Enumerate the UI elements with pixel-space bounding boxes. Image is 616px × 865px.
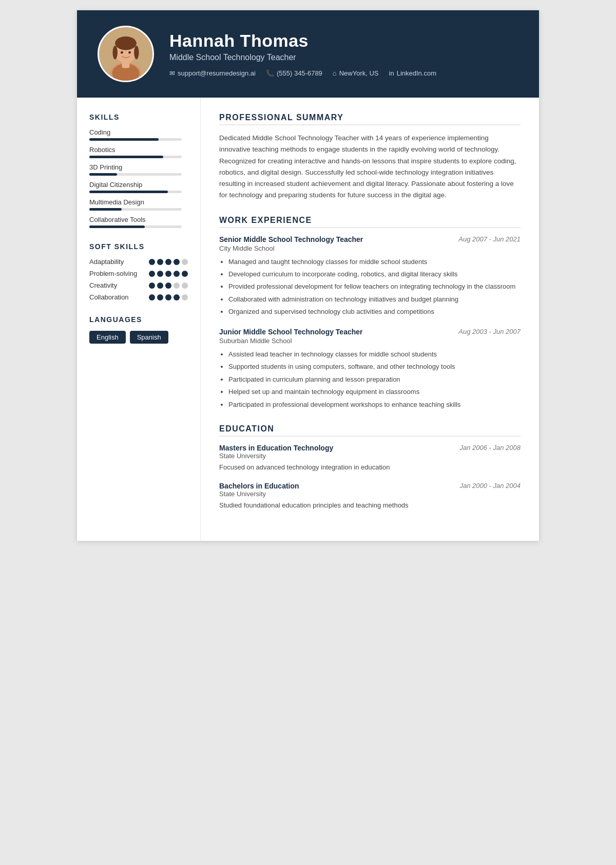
svg-point-7 [134,46,139,59]
duty-item: Managed and taught technology classes fo… [228,256,521,267]
svg-point-6 [112,46,117,59]
skills-section: SKILLS Coding Robotics 3D Printing Digit… [89,113,188,228]
duty-item: Provided professional development for fe… [228,281,521,292]
skill-item: 3D Printing [89,163,188,176]
edu-degree: Masters in Education Technology [219,444,333,452]
job-header: Senior Middle School Technology Teacher … [219,235,521,243]
duty-item: Participated in professional development… [228,399,521,410]
dot [182,259,188,265]
edu-date: Jan 2006 - Jan 2008 [459,444,521,452]
job-title: Senior Middle School Technology Teacher [219,235,363,243]
dot [149,259,155,265]
email-value: support@resumedesign.ai [178,69,256,77]
duty-item: Organized and supervised technology club… [228,306,521,317]
dots [149,283,188,289]
svg-point-8 [121,51,123,54]
candidate-name: Hannah Thomas [169,31,518,51]
dot [174,283,180,289]
edu-header: Bachelors in Education Jan 2000 - Jan 20… [219,482,521,490]
duty-item: Developed curriculum to incorporate codi… [228,269,521,279]
location-icon: ⌂ [333,69,337,77]
skill-name: Coding [89,128,188,136]
skills-heading: SKILLS [89,113,188,121]
dot [149,294,155,300]
soft-skill-item: Creativity [89,281,188,289]
soft-skills-section: SOFT SKILLS Adaptability Problem-solving… [89,242,188,301]
edu-school: State University [219,452,521,460]
education-item: Masters in Education Technology Jan 2006… [219,444,521,473]
dot [149,271,155,277]
education-section: EDUCATION Masters in Education Technolog… [219,424,521,511]
linkedin-icon: in [389,69,394,77]
skill-item: Collaborative Tools [89,216,188,228]
education-list: Masters in Education Technology Jan 2006… [219,444,521,511]
languages-heading: LANGUAGES [89,315,188,324]
dot [157,259,163,265]
soft-skill-item: Problem-solving [89,270,188,277]
skill-name: Collaborative Tools [89,216,188,223]
job-duties: Assisted lead teacher in technology clas… [219,349,521,410]
header-contact: ✉ support@resumedesign.ai 📞 (555) 345-67… [169,69,518,77]
contact-phone: 📞 (555) 345-6789 [266,69,322,77]
dot [182,294,188,300]
summary-text: Dedicated Middle School Technology Teach… [219,133,521,201]
skill-fill [89,191,168,193]
skill-bar [89,208,182,211]
edu-date: Jan 2000 - Jan 2004 [459,482,521,490]
dot [157,271,163,277]
languages-section: LANGUAGES EnglishSpanish [89,315,188,344]
soft-skills-list: Adaptability Problem-solving Creativity … [89,258,188,301]
dot [157,294,163,300]
edu-degree: Bachelors in Education [219,482,299,490]
body: SKILLS Coding Robotics 3D Printing Digit… [77,98,539,541]
edu-header: Masters in Education Technology Jan 2006… [219,444,521,452]
job-title: Junior Middle School Technology Teacher [219,328,363,336]
language-tags: EnglishSpanish [89,331,188,344]
skill-item: Robotics [89,146,188,158]
summary-section: PROFESSIONAL SUMMARY Dedicated Middle Sc… [219,113,521,201]
skill-item: Coding [89,128,188,141]
job-duties: Managed and taught technology classes fo… [219,256,521,317]
soft-skill-name: Creativity [89,281,117,289]
jobs-list: Senior Middle School Technology Teacher … [219,235,521,410]
contact-linkedin: in LinkedIn.com [389,69,436,77]
dot [174,259,180,265]
soft-skill-item: Adaptability [89,258,188,266]
skill-fill [89,208,122,211]
edu-desc: Studied foundational education principle… [219,500,521,511]
contact-location: ⌂ NewYork, US [333,69,379,77]
soft-skill-name: Collaboration [89,293,129,301]
soft-skill-name: Adaptability [89,258,124,266]
job-company: City Middle School [219,245,521,252]
dot [165,259,171,265]
skill-bar [89,225,182,228]
candidate-title: Middle School Technology Teacher [169,53,518,62]
soft-skill-name: Problem-solving [89,270,137,277]
work-experience-section: WORK EXPERIENCE Senior Middle School Tec… [219,216,521,410]
skill-bar [89,138,182,141]
dots [149,259,188,265]
skill-name: Robotics [89,146,188,154]
dot [165,283,171,289]
duty-item: Helped set up and maintain technology eq… [228,386,521,397]
location-value: NewYork, US [339,69,379,77]
skill-fill [89,138,159,141]
soft-skill-item: Collaboration [89,293,188,301]
job-header: Junior Middle School Technology Teacher … [219,328,521,336]
dots [149,294,188,300]
job-item: Senior Middle School Technology Teacher … [219,235,521,317]
svg-point-5 [115,36,137,50]
main-content: PROFESSIONAL SUMMARY Dedicated Middle Sc… [200,98,539,541]
dot [182,271,188,277]
duty-item: Supported students in using computers, s… [228,361,521,372]
header-info: Hannah Thomas Middle School Technology T… [169,31,518,77]
skill-bar [89,156,182,158]
contact-email: ✉ support@resumedesign.ai [169,69,256,77]
email-icon: ✉ [169,69,175,77]
education-item: Bachelors in Education Jan 2000 - Jan 20… [219,482,521,511]
linkedin-value: LinkedIn.com [397,69,436,77]
job-company: Suburban Middle School [219,337,521,345]
skill-bar [89,191,182,193]
dot [149,283,155,289]
edu-desc: Focused on advanced technology integrati… [219,462,521,473]
